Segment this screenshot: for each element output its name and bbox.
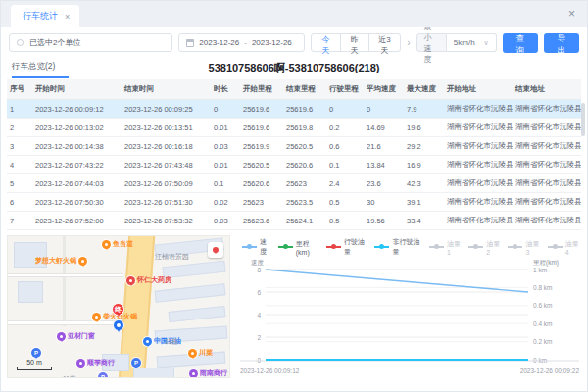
table-cell: 25620.5 (240, 156, 283, 174)
table-cell: 7.9 (404, 100, 444, 119)
legend-item[interactable]: 非行驶油量 (374, 237, 421, 257)
legend-item[interactable]: 油量3 (508, 239, 539, 256)
table-row[interactable]: 62023-12-26 07:50:302023-12-26 07:51:300… (7, 193, 581, 212)
quick-last3days-button[interactable]: 近3天 (368, 33, 401, 52)
map-poi[interactable]: 鱼当道 (102, 239, 133, 249)
legend-marker-icon (374, 244, 389, 251)
table-cell: 25619.8 (283, 119, 326, 137)
column-header: 时长 (211, 79, 240, 100)
app-window: 行车统计 × × 已选中2个单位 2023-12-26 - 2023-12-26… (0, 0, 588, 392)
poi-label: 怀仁大药房 (137, 275, 172, 285)
table-cell: 2.4 (326, 174, 364, 193)
table-cell: 2023-12-26 00:16:18 (122, 137, 211, 156)
tab-label: 行车统计 (23, 10, 58, 23)
table-cell: 2023-12-26 07:51:30 (122, 193, 211, 212)
legend-marker-icon (326, 244, 341, 251)
map-panel[interactable]: 鱼当道梦想大虾火锅江楠语景园怀仁大药房柴火灶火锅终亚材门窗中国石油P顺季商行11… (7, 235, 230, 378)
map-parking-marker[interactable]: P (98, 372, 108, 378)
map-poi[interactable]: 梦想大虾火锅 (35, 256, 87, 266)
table-row[interactable]: 72023-12-26 07:52:002023-12-26 07:53:320… (7, 212, 581, 230)
map-locate-control[interactable] (208, 242, 223, 258)
table-cell: 25623 (240, 193, 283, 212)
svg-text:0: 0 (257, 357, 261, 364)
svg-text:8: 8 (257, 267, 261, 273)
tab-close-icon[interactable]: × (65, 12, 70, 22)
table-cell: 0 (326, 100, 364, 119)
circle-icon (17, 39, 24, 46)
table-cell: 湖南省怀化市沅陵县沅... (444, 137, 513, 156)
legend-item[interactable]: 油量2 (468, 239, 500, 256)
map-poi[interactable]: 雨南商行 (189, 368, 227, 378)
legend-marker-icon (278, 244, 293, 251)
table-row[interactable]: 12023-12-26 00:09:122023-12-26 00:09:250… (7, 100, 581, 119)
table-cell: 29.2 (404, 137, 444, 156)
legend-label: 油量4 (565, 239, 579, 256)
map-parking-marker[interactable]: P (31, 348, 41, 358)
map-building (163, 261, 226, 279)
map-poi[interactable]: 怀仁大药房 (126, 275, 172, 285)
min-speed-select[interactable]: 5km/h ∨ (447, 33, 497, 52)
svg-text:速度: 速度 (251, 259, 265, 267)
legend-marker-icon (429, 244, 444, 251)
legend-marker-icon (242, 244, 257, 251)
quick-yesterday-button[interactable]: 昨天 (340, 33, 369, 52)
table-cell: 湖南省怀化市沅陵县沅... (513, 174, 581, 193)
date-range-picker[interactable]: 2023-12-26 - 2023-12-26 (178, 33, 305, 52)
table-cell: 湖南省怀化市沅陵县沅... (513, 100, 581, 119)
map-poi[interactable]: 亚材门窗 (57, 331, 95, 341)
window-close-icon[interactable]: × (568, 8, 575, 20)
map-area-label: 11栋 (165, 337, 178, 347)
table-cell: 30 (364, 193, 404, 212)
map-parking-marker[interactable]: P (131, 358, 141, 368)
map-poi[interactable]: 顺季商行 (76, 358, 115, 368)
overview-tab[interactable]: 行车总览(2) (12, 61, 69, 78)
svg-text:0.2 km: 0.2 km (533, 338, 553, 345)
export-button[interactable]: 导出 (544, 33, 579, 53)
table-row[interactable]: 32023-12-26 00:14:382023-12-26 00:16:180… (7, 137, 581, 156)
table-scrollbar[interactable] (581, 103, 585, 136)
table-cell: 0.1 (326, 156, 364, 174)
chart-legend: 速度里程(km)行驶油量非行驶油量油量1油量2油量3油量4 (240, 235, 579, 258)
line-chart[interactable]: 0 km0.2 km0.4 km0.6 km0.8 km1 km02468速度里… (240, 258, 579, 383)
locate-pin-icon (213, 247, 219, 253)
poi-label: 川菜 (199, 348, 213, 358)
table-row[interactable]: 52023-12-26 07:44:032023-12-26 07:50:090… (7, 174, 581, 193)
legend-item[interactable]: 里程(km) (278, 239, 318, 256)
table-cell: 0 (364, 100, 404, 119)
svg-text:2023-12-26 00:09:12: 2023-12-26 00:09:12 (240, 368, 300, 374)
table-cell: 2023-12-26 00:09:12 (32, 100, 122, 119)
map-poi[interactable]: 川菜 (188, 348, 213, 358)
column-header: 结束时间 (122, 79, 211, 100)
min-speed-label: 最小速度 (416, 33, 447, 52)
query-button[interactable]: 查询 (503, 33, 538, 53)
table-cell: 13.84 (364, 156, 404, 174)
poi-pin-icon (102, 240, 111, 249)
filter-bar: 已选中2个单位 2023-12-26 - 2023-12-26 今天 昨天 近3… (1, 27, 587, 58)
table-row[interactable]: 22023-12-26 00:13:022023-12-26 00:13:510… (7, 119, 581, 137)
chevron-right-icon[interactable]: › (407, 37, 410, 48)
quick-today-button[interactable]: 今天 (311, 33, 340, 52)
map-end-marker[interactable]: 终 (112, 303, 124, 316)
table-cell: 4 (7, 156, 32, 174)
table-cell: 湖南省怀化市沅陵县沅... (513, 137, 581, 156)
table-header-row: 序号开始时间结束时间时长开始里程结束里程行驶里程平均速度最大速度开始地址结束地址 (7, 79, 581, 100)
table-cell: 湖南省怀化市沅陵县沅... (513, 212, 581, 230)
table-cell: 0.6 (326, 137, 364, 156)
legend-marker-icon (468, 244, 483, 251)
table-cell: 1 (7, 100, 32, 119)
map-building (169, 306, 226, 322)
tab-driving-statistics[interactable]: 行车统计 × (11, 5, 79, 27)
column-header: 开始里程 (240, 79, 283, 100)
unit-select[interactable]: 已选中2个单位 (9, 33, 172, 52)
svg-text:6: 6 (257, 289, 261, 296)
poi-label: 梦想大虾火锅 (35, 256, 76, 266)
table-cell: 0 (211, 100, 240, 119)
legend-item[interactable]: 油量1 (429, 239, 461, 256)
table-row[interactable]: 42023-12-26 07:43:222023-12-26 07:43:480… (7, 156, 581, 174)
legend-item[interactable]: 油量4 (548, 239, 579, 256)
min-speed-value: 5km/h (454, 38, 475, 47)
table-cell: 21.6 (364, 137, 404, 156)
legend-item[interactable]: 速度 (242, 237, 270, 257)
legend-item[interactable]: 行驶油量 (326, 237, 367, 257)
map-start-marker[interactable] (113, 319, 124, 331)
